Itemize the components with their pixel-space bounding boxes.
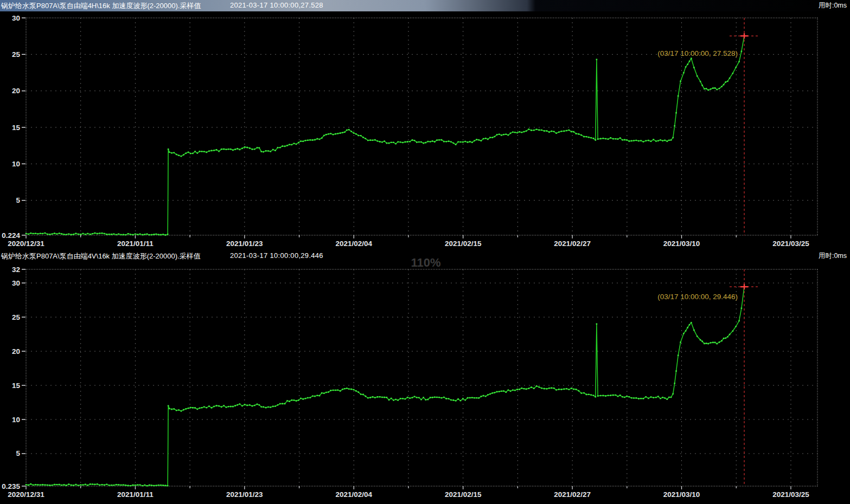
zoom-level-overlay: 110% [398,256,454,270]
chart1-cursor[interactable]: (03/17 10:00:00, 27.528) [657,18,759,235]
svg-text:2021/03/10: 2021/03/10 [663,490,700,499]
trend-charts-canvas[interactable]: 0.224510152025302020/12/312021/01/112021… [0,0,850,504]
chart2-series [25,286,745,487]
chart1-series [25,35,745,236]
svg-text:2021/02/15: 2021/02/15 [445,490,482,499]
svg-text:10: 10 [12,160,20,168]
svg-text:2021/03/25: 2021/03/25 [772,240,809,248]
chart2[interactable]: 0.23551015202530322020/12/312021/01/1120… [2,266,817,499]
svg-text:2021/01/23: 2021/01/23 [226,240,263,248]
svg-text:2021/01/11: 2021/01/11 [117,240,154,248]
svg-text:15: 15 [12,124,21,132]
svg-text:5: 5 [16,449,20,457]
svg-text:2021/03/10: 2021/03/10 [663,240,700,248]
svg-text:2021/01/23: 2021/01/23 [226,490,263,499]
svg-text:2020/12/31: 2020/12/31 [8,240,44,248]
svg-text:0.224: 0.224 [2,231,20,240]
svg-text:20: 20 [12,87,20,95]
svg-text:30: 30 [12,14,20,22]
svg-text:20: 20 [12,347,20,356]
svg-text:25: 25 [12,50,21,59]
svg-text:2021/03/25: 2021/03/25 [772,490,809,499]
svg-text:2021/02/27: 2021/02/27 [554,490,591,499]
chart1-axis-labels: 0.224510152025302020/12/312021/01/112021… [2,14,809,248]
svg-text:2021/02/04: 2021/02/04 [335,490,372,499]
svg-text:32: 32 [12,266,20,274]
svg-text:10: 10 [12,416,20,424]
svg-text:2021/02/27: 2021/02/27 [554,240,591,248]
chart2-grid [26,269,817,486]
svg-text:25: 25 [12,313,21,321]
svg-text:2020/12/31: 2020/12/31 [8,490,44,499]
svg-text:2021/01/11: 2021/01/11 [117,490,154,499]
svg-text:5: 5 [16,196,20,204]
svg-text:15: 15 [12,382,21,390]
chart1[interactable]: 0.224510152025302020/12/312021/01/112021… [2,14,817,248]
svg-text:0.235: 0.235 [2,482,20,490]
trend-viewer-window: 锅炉给水泵P807A\泵自由端4H\16k 加速度波形(2-20000).采样值… [0,0,850,504]
svg-text:30: 30 [12,279,20,287]
svg-text:2021/02/15: 2021/02/15 [445,240,482,248]
chart2-cursor-annotation: (03/17 10:00:00, 29.446) [657,293,738,301]
svg-text:2021/02/04: 2021/02/04 [335,240,372,248]
chart1-cursor-annotation: (03/17 10:00:00, 27.528) [657,49,738,57]
